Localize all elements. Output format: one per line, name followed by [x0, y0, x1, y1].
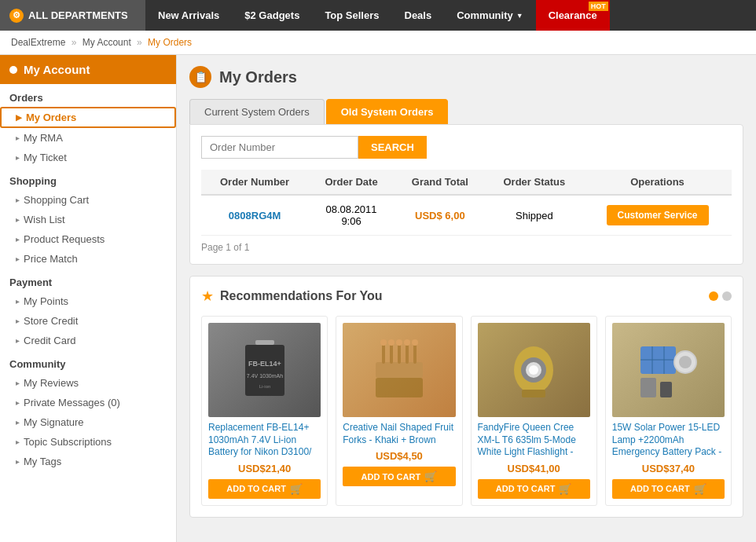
gear-icon: ⚙ [9, 9, 24, 23]
arrow-icon: ▸ [16, 215, 20, 224]
product-card-3: FandyFire Queen Cree XM-L T6 635lm 5-Mod… [471, 316, 597, 506]
product-name-1[interactable]: Replacement FB-EL14+ 1030mAh 7.4V Li-ion… [208, 422, 321, 459]
customer-service-button[interactable]: Customer Service [607, 205, 709, 225]
cart-icon-3: 🛒 [559, 483, 571, 495]
breadcrumb-sep-2: » [137, 37, 145, 48]
sidebar-item-my-points[interactable]: ▸ My Points [0, 291, 176, 311]
main-content: 📋 My Orders Current System Orders Old Sy… [177, 55, 756, 529]
star-icon: ★ [201, 287, 214, 305]
grand-total-cell: USD$ 6,00 [395, 195, 486, 236]
reco-dot-2[interactable] [722, 291, 732, 301]
sidebar-item-my-ticket[interactable]: ▸ My Ticket [0, 148, 176, 167]
tab-old-system-orders[interactable]: Old System Orders [326, 99, 449, 124]
svg-point-27 [679, 356, 692, 368]
sidebar-item-credit-card[interactable]: ▸ Credit Card [0, 331, 176, 350]
recommendations-panel: ★ Recommendations For You FB-EL14+ [189, 276, 743, 518]
reco-dots [709, 291, 732, 301]
col-order-date: Order Date [308, 170, 395, 195]
add-to-cart-button-3[interactable]: ADD TO CART 🛒 [478, 479, 590, 499]
product-price-2: USD$4,50 [343, 450, 455, 462]
breadcrumb-dealextreme[interactable]: DealExtreme [11, 37, 65, 48]
product-card-2: Creative Nail Shaped Fruit Forks - Khaki… [336, 316, 462, 506]
search-button[interactable]: SEARCH [358, 136, 427, 159]
all-departments-button[interactable]: ⚙ ALL DEPARTMENTS [0, 0, 145, 31]
col-grand-total: Grand Total [395, 170, 486, 195]
sidebar-item-product-requests[interactable]: ▸ Product Requests [0, 229, 176, 249]
product-name-4[interactable]: 15W Solar Power 15-LED Lamp +2200mAh Eme… [612, 422, 725, 459]
arrow-icon: ▸ [16, 153, 20, 162]
sidebar-item-my-reviews[interactable]: ▸ My Reviews [0, 373, 176, 393]
arrow-icon: ▸ [16, 438, 20, 446]
grand-total-value: USD$ 6,00 [415, 210, 465, 222]
arrow-icon: ▸ [16, 336, 20, 345]
hot-badge: HOT [589, 2, 608, 11]
nav-item-new-arrivals[interactable]: New Arrivals [145, 0, 232, 31]
nav-item-top-sellers[interactable]: Top Sellers [312, 0, 391, 31]
order-status-cell: Shipped [486, 195, 583, 236]
sidebar-item-store-credit[interactable]: ▸ Store Credit [0, 311, 176, 331]
product-name-2[interactable]: Creative Nail Shaped Fruit Forks - Khaki… [343, 422, 455, 446]
arrow-icon: ▸ [16, 255, 20, 263]
sidebar-item-my-orders[interactable]: ▶ My Orders [0, 107, 176, 128]
orders-icon: 📋 [189, 66, 211, 88]
add-to-cart-button-1[interactable]: ADD TO CART 🛒 [208, 479, 321, 499]
sidebar-item-price-match[interactable]: ▸ Price Match [0, 249, 176, 269]
add-to-cart-button-2[interactable]: ADD TO CART 🛒 [343, 467, 455, 486]
sidebar: My Account Orders ▶ My Orders ▸ My RMA ▸… [0, 55, 177, 542]
order-number-link[interactable]: 0808RG4M [229, 210, 281, 222]
sidebar-item-my-signature[interactable]: ▸ My Signature [0, 412, 176, 432]
arrow-icon: ▸ [16, 379, 20, 387]
svg-text:7.4V 1030mAh: 7.4V 1030mAh [246, 373, 282, 379]
page-title-row: 📋 My Orders [189, 66, 743, 88]
arrow-icon: ▸ [16, 297, 20, 306]
col-operations: Operations [583, 170, 732, 195]
sidebar-item-my-tags[interactable]: ▸ My Tags [0, 452, 176, 471]
sidebar-item-my-rma[interactable]: ▸ My RMA [0, 128, 176, 148]
cart-icon-2: 🛒 [424, 471, 437, 482]
reco-dot-1[interactable] [709, 291, 718, 301]
cart-icon-4: 🛒 [694, 483, 706, 495]
all-departments-label: ALL DEPARTMENTS [28, 9, 128, 21]
product-card-4: 15W Solar Power 15-LED Lamp +2200mAh Eme… [605, 316, 732, 506]
add-to-cart-button-4[interactable]: ADD TO CART 🛒 [612, 479, 725, 499]
breadcrumb-my-account[interactable]: My Account [83, 37, 131, 48]
add-to-cart-label-3: ADD TO CART [496, 484, 556, 493]
add-to-cart-label-4: ADD TO CART [630, 484, 690, 493]
reco-title-row: ★ Recommendations For You [201, 287, 383, 305]
operations-cell: Customer Service [583, 195, 732, 236]
orders-table: Order Number Order Date Grand Total Orde… [201, 170, 732, 236]
page-title: My Orders [219, 68, 297, 86]
svg-rect-29 [660, 382, 672, 397]
sidebar-section-community: Community [0, 350, 176, 373]
svg-rect-0 [255, 340, 274, 345]
reco-header: ★ Recommendations For You [201, 287, 732, 305]
nav-item-community[interactable]: Community [444, 0, 535, 31]
clearance-label: Clearance [549, 9, 597, 21]
add-to-cart-label-1: ADD TO CART [226, 484, 286, 493]
svg-text:Li-ion: Li-ion [259, 384, 270, 389]
cart-icon-1: 🛒 [290, 483, 303, 495]
sidebar-dot-icon [9, 66, 17, 74]
search-row: SEARCH [201, 136, 732, 159]
sidebar-item-wish-list[interactable]: ▸ Wish List [0, 210, 176, 229]
sidebar-item-private-messages[interactable]: ▸ Private Messages (0) [0, 393, 176, 412]
tab-current-system-orders[interactable]: Current System Orders [189, 99, 325, 124]
nav-item-2-gadgets[interactable]: $2 Gadgets [232, 0, 312, 31]
nav-item-deals[interactable]: Deals [392, 0, 445, 31]
product-image-3 [478, 323, 590, 417]
reco-title: Recommendations For You [220, 289, 383, 303]
order-date-cell: 08.08.20119:06 [308, 195, 395, 236]
tabs: Current System Orders Old System Orders [189, 99, 743, 124]
product-name-3[interactable]: FandyFire Queen Cree XM-L T6 635lm 5-Mod… [478, 422, 590, 459]
svg-rect-16 [376, 378, 423, 397]
nav-items: New Arrivals $2 Gadgets Top Sellers Deal… [145, 0, 756, 31]
product-image-1: FB-EL14+ 7.4V 1030mAh Li-ion [208, 323, 321, 417]
table-row: 0808RG4M 08.08.20119:06 USD$ 6,00 Shippe… [201, 195, 732, 236]
sidebar-item-shopping-cart[interactable]: ▸ Shopping Cart [0, 190, 176, 210]
nav-item-clearance[interactable]: Clearance HOT [536, 0, 610, 31]
product-image-2 [343, 323, 455, 417]
search-input[interactable] [201, 136, 358, 159]
col-order-number: Order Number [201, 170, 308, 195]
svg-point-11 [380, 339, 387, 346]
sidebar-item-topic-subscriptions[interactable]: ▸ Topic Subscriptions [0, 432, 176, 452]
